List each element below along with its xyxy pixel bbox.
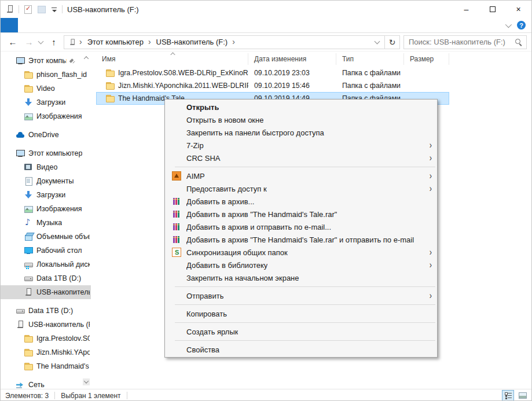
context-menu-item[interactable]: Добавить в архив... [165, 195, 437, 208]
folder-icon [105, 94, 115, 103]
context-menu-item[interactable]: Свойства [165, 343, 437, 356]
history-chevron-icon[interactable] [38, 39, 44, 45]
sidebar-item[interactable]: The Handmaid's Tale [1, 359, 91, 373]
sidebar-item[interactable]: Igra.Prestolov.S08.WEB-DLRip_ExKinoRay [1, 332, 91, 345]
sidebar-item[interactable]: Загрузки [1, 95, 91, 109]
sidebar-item[interactable]: Data 1TB (D:) [1, 304, 91, 318]
details-view-button[interactable] [502, 390, 514, 401]
column-header-date[interactable]: Дата изменения [248, 53, 336, 65]
submenu-arrow-icon: › [430, 183, 432, 194]
submenu-arrow-icon: › [430, 152, 432, 164]
breadcrumb-segment[interactable]: USB-накопитель (F:) › [154, 37, 238, 47]
ribbon-tab[interactable] [18, 18, 35, 32]
sidebar-item[interactable]: Локальный диск (C:) [1, 257, 91, 271]
refresh-button[interactable]: ↻ [384, 36, 399, 49]
folder-icon [24, 84, 33, 93]
close-button[interactable]: × [505, 1, 531, 18]
sidebar-item[interactable]: USB-накопитель (F:) [1, 318, 91, 332]
folder-icon [105, 81, 115, 90]
context-menu-item[interactable]: Закрепить на начальном экране [165, 271, 437, 284]
context-menu-item[interactable]: Отправить › [165, 289, 437, 302]
properties-button[interactable] [23, 5, 32, 14]
details-view-icon [505, 392, 512, 399]
search-input[interactable] [409, 38, 515, 46]
sidebar-item[interactable]: phison_flash_id [1, 68, 91, 82]
sidebar-item[interactable]: Video [1, 82, 91, 95]
sidebar-item[interactable]: Документы [1, 174, 91, 188]
breadcrumb-segment[interactable]: Этот компьютер › [85, 37, 154, 47]
context-menu-item[interactable]: Открыть [165, 101, 437, 113]
menu-separator [175, 304, 435, 305]
search-icon[interactable] [515, 38, 523, 46]
context-menu-item[interactable]: Предоставить доступ к › [165, 182, 437, 195]
context-menu-item[interactable]: Синхронизация общих папок › [165, 246, 437, 259]
pin-icon [69, 58, 75, 64]
context-menu-item[interactable]: Открыть в новом окне [165, 113, 437, 126]
sidebar-item[interactable]: Музыка [1, 216, 91, 230]
sidebar-item[interactable]: Видео [1, 160, 91, 174]
context-menu-item[interactable]: CRC SHA › [165, 152, 437, 164]
sidebar-scroll-up-button[interactable] [83, 54, 90, 61]
separator [127, 392, 127, 399]
context-menu-item[interactable]: Копировать [165, 307, 437, 320]
desktop-icon [24, 246, 33, 255]
sidebar-item[interactable]: Jizn.Mishki.YAponchika.2011.WEB-DLRIP [1, 345, 91, 359]
window-controls: – × [453, 1, 531, 18]
column-header-size[interactable]: Размер [404, 53, 449, 65]
table-row[interactable]: Igra.Prestolov.S08.WEB-DLRip_ExKinoRay..… [96, 67, 531, 79]
search-box [403, 35, 527, 49]
forward-button[interactable]: → [23, 37, 35, 47]
sidebar-item[interactable]: Этот компьютер [1, 146, 91, 160]
sidebar-item[interactable]: Сеть [1, 378, 91, 389]
sidebar-item[interactable]: Объемные объекты [1, 230, 91, 244]
back-button[interactable]: ← [6, 37, 19, 47]
submenu-arrow-icon: › [430, 290, 432, 301]
help-icon[interactable]: ? [517, 21, 526, 30]
folder-icon [105, 68, 115, 78]
sidebar-item[interactable]: Загрузки [1, 188, 91, 202]
context-menu-item[interactable]: Добавить в архив и отправить по e-mail..… [165, 220, 437, 233]
context-menu-item[interactable]: Закрепить на панели быстрого доступа [165, 126, 437, 139]
column-header-name[interactable]: Имя [96, 53, 248, 65]
sidebar-item[interactable]: Data 1TB (D:) [1, 271, 91, 285]
context-menu-item[interactable]: Создать ярлык [165, 325, 437, 338]
aimp-icon [172, 171, 181, 181]
breadcrumb[interactable]: › Этот компьютер › USB-накопитель (F:) ›… [64, 35, 400, 49]
sidebar-item[interactable]: Этот компьютер [1, 54, 91, 68]
status-bar: Элементов: 3 Выбран 1 элемент [1, 389, 531, 401]
up-button[interactable]: ↑ [47, 37, 60, 47]
file-name: Jizn.Mishki.YAponchika.2011.WEB-DLRIP... [118, 82, 248, 90]
new-folder-button[interactable] [36, 5, 46, 14]
ribbon-tab[interactable] [1, 18, 18, 32]
context-menu-item[interactable]: Добавить в архив "The Handmaid's Tale.ra… [165, 208, 437, 220]
menu-separator [175, 167, 435, 167]
address-dropdown-icon[interactable] [375, 38, 380, 44]
sidebar-item[interactable]: USB-накопитель (F:) [1, 285, 91, 299]
sidebar-item[interactable]: OneDrive [1, 128, 91, 142]
winrar-icon [172, 235, 181, 244]
sidebar-item[interactable]: Изображения [1, 202, 91, 216]
submenu-arrow-icon: › [430, 170, 432, 182]
menu-separator [175, 322, 435, 323]
thumbnails-view-icon [519, 392, 527, 399]
ribbon-tab[interactable] [53, 18, 70, 32]
context-menu-item[interactable]: Добавить в библиотеку › [165, 259, 437, 271]
table-row[interactable]: Jizn.Mishki.YAponchika.2011.WEB-DLRIP...… [96, 79, 531, 92]
winrar-icon [172, 222, 181, 231]
column-header-type[interactable]: Тип [336, 53, 404, 65]
context-menu-item[interactable]: AIMP › [165, 170, 437, 182]
maximize-button[interactable] [479, 1, 505, 18]
context-menu-item[interactable]: 7-Zip › [165, 139, 437, 152]
ribbon-tab[interactable] [35, 18, 53, 32]
items-count: Элементов: 3 [5, 392, 49, 400]
menu-separator [175, 340, 435, 341]
context-menu-item[interactable]: Добавить в архив "The Handmaid's Tale.ra… [165, 233, 437, 246]
customize-toolbar-button[interactable] [50, 5, 58, 14]
column-headers: Имя Дата изменения Тип Размер [96, 51, 531, 67]
thumbnails-view-button[interactable] [516, 390, 529, 401]
sidebar-item[interactable]: Изображения [1, 109, 91, 123]
minimize-button[interactable]: – [453, 1, 479, 18]
sidebar-scroll-down-button[interactable] [83, 378, 90, 385]
sidebar-item[interactable]: Рабочий стол [1, 244, 91, 257]
expand-ribbon-icon[interactable] [505, 21, 512, 27]
